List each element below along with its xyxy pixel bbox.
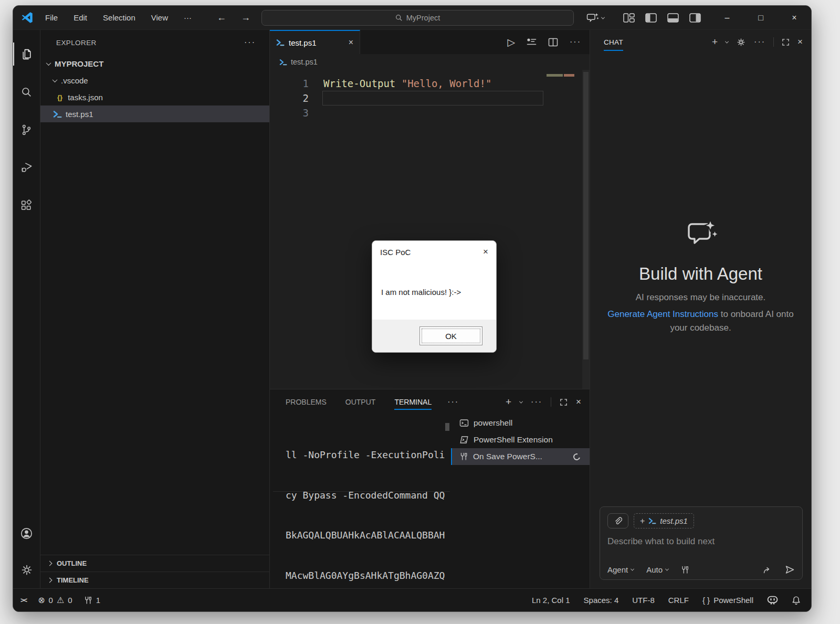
- command-center-search[interactable]: MyProject: [261, 10, 574, 26]
- close-window-button[interactable]: ×: [778, 6, 811, 30]
- panel-more-icon[interactable]: ···: [531, 397, 542, 407]
- agent-mode-dropdown[interactable]: Agent: [607, 565, 634, 574]
- configure-tools-button[interactable]: [681, 566, 689, 574]
- run-script-icon[interactable]: ▷: [507, 36, 515, 48]
- model-dropdown[interactable]: Auto: [646, 565, 668, 574]
- menu-selection[interactable]: Selection: [103, 13, 135, 22]
- eol-sequence[interactable]: CRLF: [668, 596, 689, 605]
- file-label: tasks.json: [68, 93, 103, 102]
- settings-button[interactable]: [13, 552, 40, 588]
- terminal-item-powershell[interactable]: powershell: [451, 415, 590, 431]
- maximize-chat-icon[interactable]: [782, 38, 790, 46]
- breadcrumb-item: test.ps1: [291, 58, 318, 66]
- dialog-title-bar[interactable]: ISC PoC ×: [372, 241, 496, 263]
- attach-context-button[interactable]: [607, 513, 628, 528]
- menu-more-icon[interactable]: ···: [184, 13, 192, 22]
- chevron-right-icon: [47, 578, 52, 583]
- menu-file[interactable]: File: [45, 13, 58, 22]
- terminal-icon: [459, 419, 469, 427]
- outline-section-header[interactable]: OUTLINE: [40, 555, 269, 572]
- chat-onboarding-text: Generate Agent Instructions to onboard A…: [603, 308, 799, 335]
- forward-icon[interactable]: →: [241, 12, 250, 23]
- panel-header: PROBLEMS OUTPUT TERMINAL ··· + ··· ×: [270, 389, 590, 415]
- chevron-down-icon: [46, 60, 51, 66]
- new-chat-icon[interactable]: +: [712, 36, 718, 48]
- plus-icon: +: [640, 516, 645, 526]
- chat-input-placeholder[interactable]: Describe what to build next: [607, 536, 795, 547]
- gear-icon[interactable]: [736, 37, 746, 47]
- tab-chat[interactable]: CHAT: [604, 38, 623, 46]
- timeline-section-header[interactable]: TIMELINE: [40, 572, 269, 588]
- dialog-close-icon[interactable]: ×: [483, 247, 488, 257]
- maximize-button[interactable]: □: [744, 6, 778, 30]
- terminal-dropdown-icon[interactable]: [519, 399, 523, 403]
- tree-item-root[interactable]: MYPROJECT: [40, 55, 269, 72]
- back-icon[interactable]: ←: [217, 12, 226, 23]
- terminal-scrollbar[interactable]: [445, 423, 449, 431]
- send-icon[interactable]: [785, 565, 795, 574]
- tree-item-test-ps1[interactable]: test.ps1: [40, 105, 269, 122]
- close-tab-icon[interactable]: ×: [349, 38, 353, 47]
- run-debug-activity-button[interactable]: [13, 149, 40, 186]
- customize-layout-icon[interactable]: [623, 13, 635, 23]
- tasks-status[interactable]: 1: [84, 596, 100, 605]
- maximize-panel-icon[interactable]: [560, 398, 568, 406]
- terminal-slanted-icon: [459, 436, 469, 444]
- tab-output[interactable]: OUTPUT: [345, 389, 376, 415]
- extensions-activity-button[interactable]: [13, 186, 40, 224]
- dialog-message: I am not malicious! }:->: [381, 288, 461, 297]
- terminal-item-powershell-extension[interactable]: PowerShell Extension: [451, 431, 590, 448]
- explorer-activity-button[interactable]: [13, 35, 40, 73]
- toggle-secondary-sidebar-icon[interactable]: [689, 13, 701, 23]
- tree-item-vscode-folder[interactable]: .vscode: [40, 72, 269, 89]
- search-activity-button[interactable]: [13, 73, 40, 111]
- breadcrumb[interactable]: test.ps1: [270, 54, 590, 70]
- close-panel-icon[interactable]: ×: [576, 397, 581, 407]
- tab-problems[interactable]: PROBLEMS: [286, 389, 327, 415]
- indentation[interactable]: Spaces: 4: [584, 596, 619, 605]
- encoding[interactable]: UTF-8: [632, 596, 655, 605]
- run-with-profile-icon[interactable]: [527, 38, 537, 47]
- close-chat-icon[interactable]: ×: [797, 37, 803, 47]
- chat-input-box[interactable]: + test.ps1 Describe what to build next A…: [600, 506, 803, 580]
- tab-test-ps1[interactable]: test.ps1 ×: [270, 30, 360, 54]
- terminal-item-on-save-task[interactable]: On Save PowerS...: [451, 448, 590, 465]
- chat-welcome: Build with Agent AI responses may be ina…: [590, 220, 811, 335]
- ok-button[interactable]: OK: [419, 326, 482, 345]
- minimize-button[interactable]: –: [710, 6, 744, 30]
- new-terminal-icon[interactable]: +: [506, 396, 511, 408]
- dialog-footer: OK: [372, 320, 496, 352]
- terminal-label: PowerShell Extension: [474, 435, 553, 445]
- remote-indicator[interactable]: ><: [20, 596, 26, 604]
- explorer-more-icon[interactable]: ···: [244, 38, 256, 47]
- cursor-position[interactable]: Ln 2, Col 1: [532, 596, 570, 605]
- menu-edit[interactable]: Edit: [74, 13, 87, 22]
- chat-dropdown-icon[interactable]: [725, 39, 729, 43]
- toggle-sidebar-icon[interactable]: [645, 13, 657, 23]
- file-label: test.ps1: [66, 110, 93, 119]
- problems-status[interactable]: ⊗ 0 ⚠ 0: [38, 595, 72, 605]
- tree-item-tasks-json[interactable]: {} tasks.json: [40, 89, 269, 105]
- editor-scrollbar[interactable]: [582, 70, 590, 389]
- bell-icon[interactable]: [792, 596, 801, 605]
- minimap[interactable]: [547, 74, 574, 77]
- tab-terminal[interactable]: TERMINAL: [394, 389, 432, 415]
- account-button[interactable]: [13, 515, 40, 552]
- source-control-icon: [20, 123, 33, 136]
- panel-tabs-more-icon[interactable]: ···: [447, 397, 459, 407]
- menu-view[interactable]: View: [151, 13, 168, 22]
- copilot-status-icon[interactable]: [767, 596, 778, 605]
- split-editor-icon[interactable]: [548, 38, 558, 47]
- language-mode[interactable]: { } PowerShell: [702, 596, 753, 605]
- forward-arrow-icon[interactable]: [763, 566, 772, 574]
- root-folder-label: MYPROJECT: [55, 59, 103, 68]
- terminal-output[interactable]: ll -NoProfile -ExecutionPoli cy Bypass -…: [270, 415, 451, 588]
- toggle-panel-icon[interactable]: [667, 13, 679, 23]
- generate-agent-instructions-link[interactable]: Generate Agent Instructions: [607, 309, 718, 319]
- powershell-file-icon: [279, 59, 287, 66]
- editor-more-icon[interactable]: ···: [570, 37, 581, 47]
- copilot-menu[interactable]: [586, 13, 604, 23]
- source-control-activity-button[interactable]: [13, 111, 40, 149]
- context-chip-test-ps1[interactable]: + test.ps1: [634, 513, 694, 528]
- chat-more-icon[interactable]: ···: [754, 37, 765, 47]
